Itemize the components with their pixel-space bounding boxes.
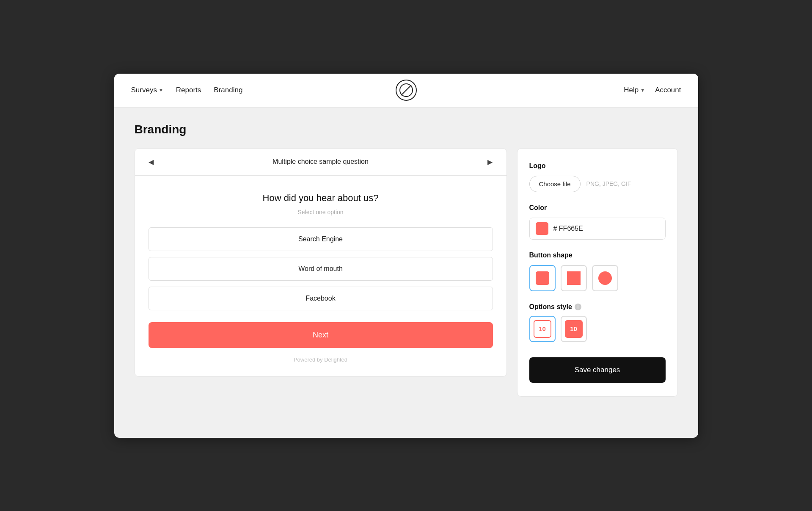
header: Surveys ▼ Reports Branding Help ▼ [114, 74, 698, 108]
nav-branding[interactable]: Branding [214, 86, 242, 94]
logo-section: Logo Choose file PNG, JPEG, GIF [529, 162, 666, 192]
option-facebook[interactable]: Facebook [149, 287, 493, 310]
survey-powered-by: Powered by Delighted [149, 356, 493, 363]
header-center [396, 80, 417, 101]
main-content: Branding ◀ Multiple choice sample questi… [114, 108, 698, 412]
color-swatch[interactable] [536, 222, 548, 235]
style-filled-preview: 10 [565, 320, 583, 338]
color-input-row[interactable] [529, 218, 666, 240]
survey-header-title: Multiple choice sample question [273, 158, 369, 166]
survey-preview: ◀ Multiple choice sample question ▶ How … [135, 148, 507, 377]
nav-help[interactable]: Help ▼ [624, 86, 645, 94]
file-types-hint: PNG, JPEG, GIF [586, 180, 631, 187]
options-style-label: Options style [529, 303, 572, 311]
survey-body: How did you hear about us? Select one op… [135, 176, 506, 376]
surveys-dropdown-arrow: ▼ [159, 88, 163, 93]
style-options: 10 10 [529, 316, 666, 342]
shape-rounded-icon [536, 271, 549, 285]
svg-line-1 [401, 85, 411, 95]
branding-panel: Logo Choose file PNG, JPEG, GIF Color [517, 148, 678, 397]
shape-options [529, 265, 666, 291]
header-right: Help ▼ Account [624, 86, 681, 94]
shape-option-rounded[interactable] [529, 265, 556, 291]
color-label: Color [529, 204, 666, 212]
survey-header: ◀ Multiple choice sample question ▶ [135, 149, 506, 176]
button-shape-label: Button shape [529, 251, 666, 259]
survey-options: Search Engine Word of mouth Facebook [149, 227, 493, 310]
color-value-input[interactable] [553, 225, 659, 232]
help-dropdown-arrow: ▼ [640, 88, 645, 93]
logo-upload-row: Choose file PNG, JPEG, GIF [529, 176, 666, 192]
options-style-label-row: Options style i [529, 303, 666, 311]
options-style-section: Options style i 10 10 [529, 303, 666, 342]
button-shape-section: Button shape [529, 251, 666, 291]
nav-surveys[interactable]: Surveys ▼ [131, 86, 163, 94]
choose-file-button[interactable]: Choose file [529, 176, 581, 192]
survey-question: How did you hear about us? [149, 193, 493, 204]
style-outline-preview: 10 [534, 320, 551, 338]
shape-circle-icon [598, 271, 612, 285]
shape-option-square[interactable] [561, 265, 587, 291]
save-changes-button[interactable]: Save changes [529, 357, 666, 383]
app-window: Surveys ▼ Reports Branding Help ▼ [114, 74, 698, 438]
survey-subtitle: Select one option [149, 209, 493, 215]
option-word-of-mouth[interactable]: Word of mouth [149, 257, 493, 281]
color-section: Color [529, 204, 666, 240]
shape-option-circle[interactable] [592, 265, 618, 291]
style-option-filled[interactable]: 10 [561, 316, 587, 342]
header-left: Surveys ▼ Reports Branding [131, 86, 243, 94]
style-option-outline[interactable]: 10 [529, 316, 556, 342]
survey-next-nav-button[interactable]: ▶ [484, 156, 496, 168]
option-search-engine[interactable]: Search Engine [149, 227, 493, 251]
options-style-info-icon[interactable]: i [575, 304, 581, 310]
survey-prev-button[interactable]: ◀ [145, 156, 157, 168]
logo-label: Logo [529, 162, 666, 170]
nav-account[interactable]: Account [655, 86, 681, 94]
page-title: Branding [135, 123, 678, 136]
shape-square-icon [567, 271, 581, 285]
nav-reports[interactable]: Reports [176, 86, 201, 94]
survey-next-button[interactable]: Next [149, 322, 493, 348]
branding-layout: ◀ Multiple choice sample question ▶ How … [135, 148, 678, 397]
app-logo [396, 80, 417, 101]
